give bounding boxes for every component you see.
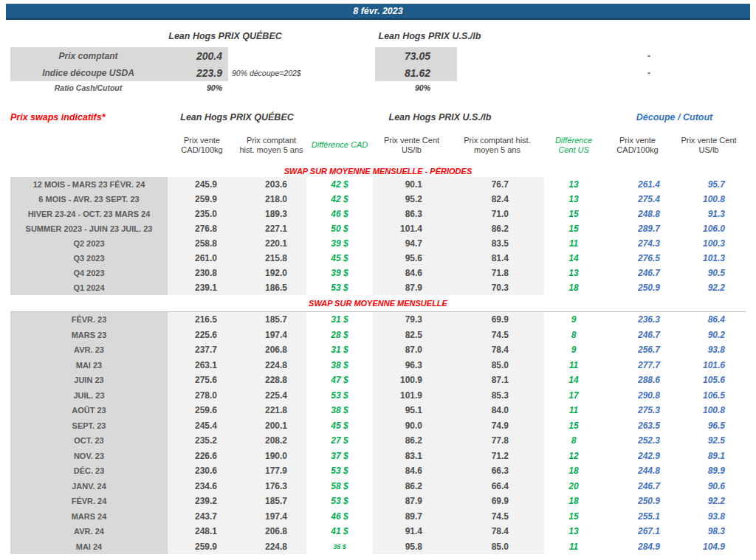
cell-label: AVR. 23 xyxy=(10,342,168,358)
spot-row-prix-comptant: Prix comptant 200.4 73.05 - xyxy=(10,47,749,64)
cell-prix-vente-us: 87.0 xyxy=(373,342,450,358)
monthly-rows: FÉVR. 23216.5185.731 $79.369.99236.386.4… xyxy=(10,312,746,554)
cell-cutout-us: 92.2 xyxy=(672,494,746,509)
cell-prix-vente-us: 90.0 xyxy=(373,418,450,434)
cell-cutout-cad: 242.9 xyxy=(603,449,672,464)
cell-hist-us: 71.2 xyxy=(450,449,544,464)
cell-label: Q1 2024 xyxy=(10,280,168,295)
report-date: 8 févr. 2023 xyxy=(353,6,402,16)
cell-cutout-cad: 246.7 xyxy=(603,266,672,280)
cell-cutout-cad: 252.3 xyxy=(603,433,672,449)
col-header-prix-vente-us: Prix vente Cent US/lb xyxy=(373,136,450,155)
cell-prix-vente-us: 82.5 xyxy=(373,328,450,343)
cell-hist-cad: 189.3 xyxy=(236,207,306,221)
cell-prix-vente-cad: 278.0 xyxy=(168,388,236,404)
cell-prix-vente-us: 79.3 xyxy=(373,312,450,328)
period-row: 12 MOIS - MARS 23 FÉVR. 24245.9203.642 $… xyxy=(10,177,746,192)
cell-difference-cad: 28 $ xyxy=(306,328,373,343)
cell-cutout-us: 93.8 xyxy=(672,342,746,358)
cell-prix-vente-us: 86.2 xyxy=(373,433,450,449)
cell-hist-us: 86.2 xyxy=(450,221,544,236)
cell-prix-vente-us: 90.1 xyxy=(373,177,450,192)
cell-cutout-cad: 277.7 xyxy=(603,358,672,373)
cell-cutout-cad: 275.4 xyxy=(603,192,672,207)
cell-label: JANV. 24 xyxy=(10,479,168,494)
cell-difference-cad: 42 $ xyxy=(306,192,373,207)
spot-value-us: 73.05 xyxy=(375,47,457,64)
cell-hist-us: 83.5 xyxy=(450,236,544,251)
cell-difference-us: 18 xyxy=(544,463,603,479)
cell-prix-vente-cad: 275.6 xyxy=(168,373,236,388)
cell-cutout-cad: 275.3 xyxy=(603,403,672,418)
cell-hist-us: 85.3 xyxy=(450,388,544,404)
cell-hist-cad: 228.8 xyxy=(236,373,306,388)
cell-difference-cad: 31 $ xyxy=(306,342,373,358)
cell-hist-cad: 192.0 xyxy=(236,266,306,280)
cell-prix-vente-us: 95.1 xyxy=(373,403,450,418)
cell-difference-us: 13 xyxy=(544,177,603,192)
cell-hist-us: 78.4 xyxy=(450,524,544,539)
cell-difference-cad: 38 $ xyxy=(306,358,373,373)
cell-label: MAI 23 xyxy=(10,358,168,373)
cell-cutout-us: 101.6 xyxy=(672,358,746,373)
cell-cutout-cad: 256.7 xyxy=(603,342,672,358)
section-banner-periodes: SWAP SUR MOYENNE MENSUELLE - PÉRIODES xyxy=(10,165,746,177)
cell-cutout-cad: 244.8 xyxy=(603,463,672,479)
cell-hist-cad: 197.4 xyxy=(236,328,306,343)
cell-difference-us: 8 xyxy=(544,328,603,343)
cell-cutout-us: 86.4 xyxy=(672,312,746,328)
cell-prix-vente-us: 84.6 xyxy=(373,463,450,479)
cell-label: FÉVR. 23 xyxy=(10,312,168,328)
column-header-row: Prix vente CAD/100kg Prix comptant hist.… xyxy=(10,125,746,165)
month-row: JUIN 23275.6228.847 $100.987.114288.6105… xyxy=(10,373,746,388)
cell-difference-us: 14 xyxy=(544,373,603,388)
group-header-us: Lean Hogs PRIX U.S./lb xyxy=(373,112,544,122)
cell-cutout-cad: 284.9 xyxy=(603,539,672,555)
spot-label: Prix comptant xyxy=(10,47,166,64)
cell-label: Q2 2023 xyxy=(10,236,168,251)
cell-hist-us: 70.3 xyxy=(450,280,544,295)
cell-hist-cad: 221.8 xyxy=(236,403,306,418)
cell-hist-us: 66.3 xyxy=(450,463,544,479)
cell-cutout-us: 89.9 xyxy=(672,463,746,479)
cell-prix-vente-us: 101.9 xyxy=(373,388,450,404)
cell-difference-us: 15 xyxy=(544,418,603,434)
cell-prix-vente-cad: 216.5 xyxy=(168,312,236,328)
cell-prix-vente-us: 86.2 xyxy=(373,479,450,494)
spot-value-us: 90% xyxy=(375,81,457,94)
cell-prix-vente-cad: 245.4 xyxy=(168,418,236,434)
group-header-quebec: Lean Hogs PRIX QUÉBEC xyxy=(168,112,306,122)
group-header-row: Prix swaps indicatifs* Lean Hogs PRIX QU… xyxy=(10,108,746,125)
cell-cutout-cad: 274.3 xyxy=(603,236,672,251)
month-row: MARS 24243.7197.446 $89.774.515255.193.8 xyxy=(10,509,746,525)
cell-hist-us: 85.0 xyxy=(450,539,544,555)
cell-difference-us: 17 xyxy=(544,388,603,404)
cell-cutout-cad: 261.4 xyxy=(603,177,672,192)
month-row: MAI 24259.9224.835 $95.885.011284.9104.9 xyxy=(10,539,746,555)
cell-prix-vente-cad: 234.6 xyxy=(168,479,236,494)
cell-cutout-us: 95.7 xyxy=(672,177,746,192)
cell-label: JUIL. 23 xyxy=(10,388,168,404)
cell-prix-vente-cad: 237.7 xyxy=(168,342,236,358)
cell-prix-vente-cad: 230.8 xyxy=(168,266,236,280)
cell-difference-cad: 46 $ xyxy=(306,207,373,221)
cell-prix-vente-cad: 239.1 xyxy=(168,280,236,295)
cell-cutout-cad: 288.6 xyxy=(603,373,672,388)
cell-hist-cad: 197.4 xyxy=(236,509,306,525)
cell-difference-us: 11 xyxy=(544,236,603,251)
cell-cutout-cad: 246.7 xyxy=(603,479,672,494)
cell-hist-cad: 224.8 xyxy=(236,358,306,373)
cell-cutout-us: 98.3 xyxy=(672,524,746,539)
cell-prix-vente-cad: 276.8 xyxy=(168,221,236,236)
cell-hist-us: 74.9 xyxy=(450,418,544,434)
cell-hist-cad: 220.1 xyxy=(236,236,306,251)
month-row: JUIL. 23278.0225.453 $101.985.317290.810… xyxy=(10,388,746,404)
cell-difference-us: 13 xyxy=(544,266,603,280)
cell-difference-us: 18 xyxy=(544,494,603,509)
cell-cutout-us: 92.5 xyxy=(672,433,746,449)
col-header-difference-cad: Différence CAD xyxy=(306,140,373,150)
cell-label: AOÛT 23 xyxy=(10,403,168,418)
cell-difference-us: 20 xyxy=(544,479,603,494)
cell-label: NOV. 23 xyxy=(10,449,168,464)
cell-cutout-cad: 246.7 xyxy=(603,328,672,343)
